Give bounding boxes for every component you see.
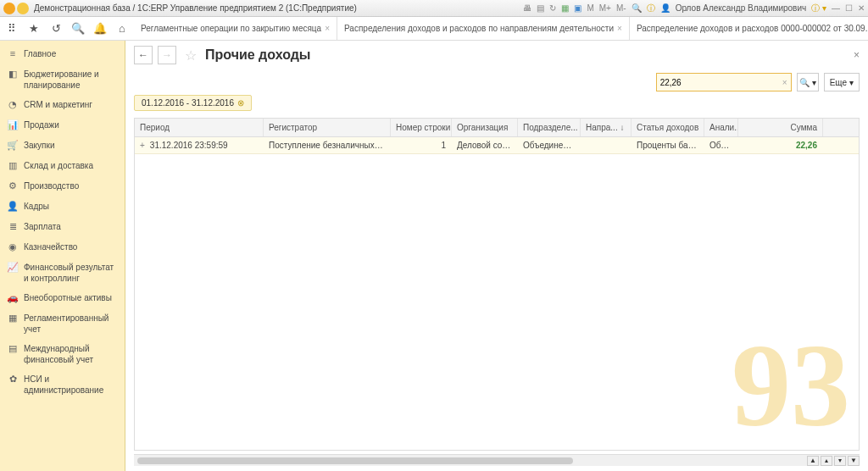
col-dept[interactable]: Подразделе... (518, 119, 581, 136)
apps-icon[interactable]: ⠿ (3, 20, 20, 37)
cart-icon: 🛒 (7, 140, 19, 152)
sidebar-item-label: Главное (24, 48, 56, 59)
tab-distributions[interactable]: Распределения доходов и расходов по напр… (337, 17, 630, 40)
sidebar-item-finance[interactable]: 📈Финансовый результат и контроллинг (0, 258, 125, 288)
m-icon[interactable]: M (587, 3, 593, 13)
scroll-up-icon[interactable]: ▲ (807, 456, 819, 466)
sidebar-item-label: НСИ и администрирование (24, 374, 118, 396)
search-field[interactable] (660, 78, 782, 87)
sales-icon: 📊 (7, 119, 19, 131)
col-sum[interactable]: Сумма (738, 119, 823, 136)
close-icon[interactable]: × (617, 24, 622, 33)
close-window-icon[interactable]: ✕ (858, 3, 865, 13)
history-icon[interactable]: ↺ (47, 20, 64, 37)
col-income-item[interactable]: Статья доходов (632, 119, 704, 136)
titlebar-right: 🖶 ▤ ↻ ▦ ▣ M M+ M- 🔍 ⓘ 👤 Орлов Александр … (523, 3, 865, 14)
sidebar-item-label: Продажи (24, 119, 59, 130)
tab-distribution-doc[interactable]: Распределение доходов и расходов 0000-00… (630, 17, 868, 40)
sidebar-item-treasury[interactable]: ◉Казначейство (0, 237, 125, 258)
cell-registrar: Поступление безналичных ДС ... (264, 137, 391, 153)
m-plus-icon[interactable]: M+ (599, 3, 611, 13)
user-name: Орлов Александр Владимирович (676, 3, 807, 13)
date-filter[interactable]: 01.12.2016 - 31.12.2016 ⊗ (134, 95, 252, 111)
print-icon[interactable]: 🖶 (523, 3, 531, 13)
search-icon[interactable]: 🔍 (70, 20, 86, 37)
sidebar-item-ifrs[interactable]: ▤Международный финансовый учет (0, 339, 125, 369)
clear-icon[interactable]: × (782, 78, 787, 87)
window-title: Демонстрационная база / 1С:ERP Управлени… (34, 3, 523, 13)
sidebar-item-hr[interactable]: 👤Кадры (0, 197, 125, 217)
star-icon[interactable]: ★ (25, 20, 42, 37)
expand-icon[interactable]: + (140, 141, 145, 150)
col-org[interactable]: Организация (452, 119, 518, 136)
col-period[interactable]: Период (135, 119, 264, 136)
info-icon[interactable]: ⓘ (647, 3, 655, 14)
sidebar-item-budgeting[interactable]: ◧Бюджетирование и планирование (0, 64, 125, 95)
calc-icon[interactable]: ▦ (561, 3, 569, 13)
sidebar-item-warehouse[interactable]: ▥Склад и доставка (0, 156, 125, 176)
close-icon[interactable]: × (325, 24, 330, 33)
home-icon[interactable]: ⌂ (114, 20, 131, 37)
close-page-icon[interactable]: × (854, 49, 860, 61)
sidebar-item-label: Международный финансовый учет (24, 343, 118, 365)
cell-direction (581, 137, 632, 153)
sidebar-item-admin[interactable]: ✿НСИ и администрирование (0, 369, 125, 400)
maximize-icon[interactable]: ☐ (845, 3, 853, 13)
more-button[interactable]: Еще ▾ (824, 73, 860, 91)
sidebar-item-label: Бюджетирование и планирование (24, 69, 118, 91)
car-icon: 🚗 (7, 292, 19, 304)
col-line-no[interactable]: Номер строки (391, 119, 452, 136)
cell-income-item: Проценты бан... (632, 137, 704, 153)
minimize-icon[interactable]: — (832, 3, 840, 13)
app-icons (3, 3, 29, 14)
search-input[interactable]: × (656, 73, 792, 91)
sidebar-item-sales[interactable]: 📊Продажи (0, 115, 125, 136)
reg-icon: ▦ (7, 313, 19, 324)
horizontal-scrollbar[interactable]: ▲ ▴ ▾ ▼ (134, 454, 860, 466)
search-titlebar-icon[interactable]: 🔍 (632, 3, 642, 13)
sidebar-item-crm[interactable]: ◔CRM и маркетинг (0, 95, 125, 115)
forward-button[interactable]: → (158, 46, 176, 64)
m-minus-icon[interactable]: M- (616, 3, 626, 13)
calendar-icon[interactable]: ▣ (574, 3, 581, 13)
crm-icon: ◔ (7, 99, 19, 111)
scroll-down2-icon[interactable]: ▼ (848, 456, 860, 466)
refresh-icon[interactable]: ↻ (549, 3, 556, 13)
sidebar-item-production[interactable]: ⚙Производство (0, 176, 125, 197)
chart-icon: 📈 (7, 262, 19, 274)
back-button[interactable]: ← (134, 46, 153, 64)
sidebar-item-payroll[interactable]: ≣Зарплата (0, 217, 125, 237)
sidebar-item-assets[interactable]: 🚗Внеоборотные активы (0, 288, 125, 308)
sidebar-item-main[interactable]: ≡Главное (0, 44, 125, 64)
favorite-icon[interactable]: ☆ (185, 47, 197, 64)
cell-sum: 22,26 (738, 137, 823, 153)
watermark: 93 (732, 338, 850, 433)
col-analytic[interactable]: Анали... (704, 119, 738, 136)
cell-dept: Объединенн... (518, 137, 581, 153)
toolbar-left: ⠿ ★ ↺ 🔍 🔔 ⌂ (0, 17, 134, 40)
cell-analytic: Объе... (704, 137, 738, 153)
payroll-icon: ≣ (7, 221, 19, 233)
date-filter-row: 01.12.2016 - 31.12.2016 ⊗ (125, 95, 868, 114)
sidebar-item-label: Склад и доставка (24, 160, 93, 171)
bell-icon[interactable]: 🔔 (92, 20, 108, 37)
col-direction[interactable]: Напра... ↓ (581, 119, 632, 136)
doc-icon[interactable]: ▤ (537, 3, 544, 13)
budget-icon: ◧ (7, 69, 19, 80)
scroll-down-icon[interactable]: ▾ (834, 456, 846, 466)
sidebar-item-purchases[interactable]: 🛒Закупки (0, 136, 125, 156)
search-button[interactable]: 🔍 ▾ (797, 73, 819, 91)
table-body: +31.12.2016 23:59:59 Поступление безнали… (135, 137, 859, 450)
help-icon[interactable]: ⓘ ▾ (811, 3, 826, 14)
tab-closing-ops[interactable]: Регламентные операции по закрытию месяца… (134, 17, 337, 40)
sidebar-item-label: Закупки (24, 140, 54, 151)
col-registrar[interactable]: Регистратор (264, 119, 391, 136)
toolbar: ⠿ ★ ↺ 🔍 🔔 ⌂ Регламентные операции по зак… (0, 17, 868, 41)
scrollbar-thumb[interactable] (137, 457, 573, 464)
table-row[interactable]: +31.12.2016 23:59:59 Поступление безнали… (135, 137, 859, 154)
ifrs-icon: ▤ (7, 343, 19, 355)
scroll-arrows: ▲ ▴ ▾ ▼ (807, 456, 860, 466)
scroll-up2-icon[interactable]: ▴ (821, 456, 832, 466)
sidebar-item-regulated[interactable]: ▦Регламентированный учет (0, 308, 125, 339)
clear-date-icon[interactable]: ⊗ (237, 98, 244, 108)
